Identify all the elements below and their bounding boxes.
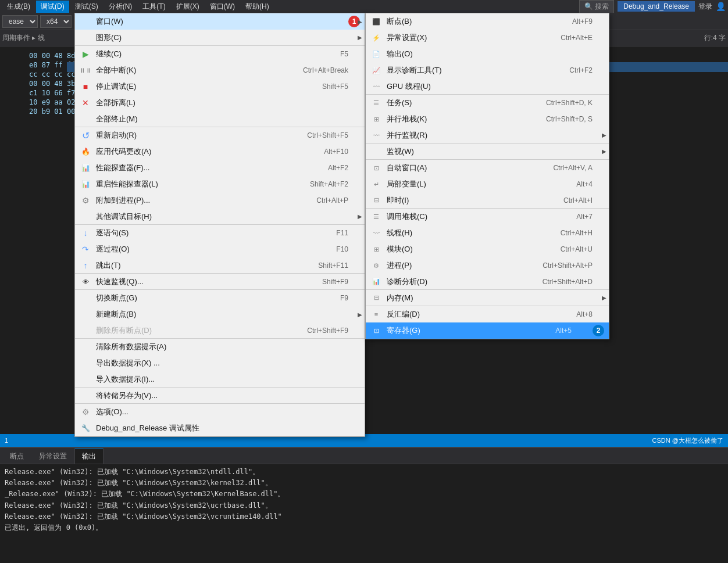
menu-item-export-data[interactable]: 导出数据提示(X) ... [75,355,365,371]
menu-item-step-over[interactable]: ↷ 逐过程(O) F10 [75,241,365,257]
step-over-icon: ↷ [80,243,91,255]
menubar-item-test[interactable]: 测试(S) [70,1,103,13]
sub-item-disassembly[interactable]: ≡ 反汇编(D) Alt+8 [366,306,609,322]
apply-code-shortcut: Alt+F10 [324,148,360,156]
new-bp-icon [80,309,91,320]
menu-item-perf[interactable]: 📊 性能探查器(F)... Alt+F2 [75,160,365,176]
hex-line-5: c1 10 66 f7 [0,88,64,98]
menu-item-toggle-bp[interactable]: 切换断点(G) F9 [75,290,365,306]
sub-modules-label: 模块(O) [387,244,556,254]
menu-item-window[interactable]: 窗口(W) 1 ▶ [75,13,365,30]
menu-item-stop[interactable]: ■ 停止调试(E) Shift+F5 [75,78,365,95]
sub-item-watch[interactable]: 监视(W) ▶ [366,144,609,160]
sub-diag-tools-label: 显示诊断工具(T) [387,65,565,76]
sub-tasks-shortcut: Ctrl+Shift+D, K [546,99,604,107]
sub-immediate-label: 即时(I) [387,195,559,206]
sub-item-threads[interactable]: 〰 线程(H) Ctrl+Alt+H [366,225,609,241]
restart-shortcut: Ctrl+Shift+F5 [307,131,360,139]
sub-modules-shortcut: Ctrl+Alt+U [561,245,604,253]
sub-item-diag-tools[interactable]: 📈 显示诊断工具(T) Ctrl+F2 [366,62,609,78]
menubar-item-analyze[interactable]: 分析(N) [104,1,137,13]
sub-item-tasks[interactable]: ☰ 任务(S) Ctrl+Shift+D, K [366,95,609,111]
new-bp-arrow: ▶ [358,311,362,318]
menu-item-step-into[interactable]: ↓ 逐语句(S) F11 [75,225,365,241]
tab-breakpoints[interactable]: 断点 [2,449,31,464]
menu-item-graphics[interactable]: 图形(C) ▶ [75,30,365,46]
restart-perf-icon: 📊 [80,178,91,190]
menu-item-step-out[interactable]: ↑ 跳出(T) Shift+F11 [75,257,365,274]
sub-bp-label: 断点(B) [387,16,568,27]
options-icon: ⚙ [80,406,91,418]
watch-icon [370,146,382,157]
platform-dropdown[interactable]: x64 [40,15,72,28]
diag-analysis-icon: 📊 [370,276,382,288]
menubar-item-help[interactable]: 帮助(H) [241,1,274,13]
menu-item-detach[interactable]: ✕ 全部拆离(L) [75,95,365,111]
sub-item-processes[interactable]: ⚙ 进程(P) Ctrl+Shift+Alt+P [366,257,609,274]
menubar-item-debug[interactable]: 调试(D) [36,1,69,13]
sub-item-registers[interactable]: ⊡ 寄存器(G) Alt+5 2 [366,322,609,339]
sub-item-parallel-watch[interactable]: 〰 并行监视(R) ▶ [366,127,609,144]
menu-item-del-all-bp[interactable]: 删除所有断点(D) Ctrl+Shift+F9 [75,322,365,339]
attach-shortcut: Ctrl+Alt+P [316,196,360,205]
toggle-bp-icon [80,292,91,304]
menu-export-data-label: 导出数据提示(X) ... [96,358,360,368]
menu-item-restart[interactable]: ↺ 重新启动(R) Ctrl+Shift+F5 [75,127,365,144]
import-data-icon [80,374,91,385]
sub-item-autos[interactable]: ⊡ 自动窗口(A) Ctrl+Alt+V, A [366,160,609,176]
output-line-6: 已退出, 返回值为 0 (0x0)。 [5,522,723,533]
menu-item-quickwatch[interactable]: 👁 快速监视(Q)... Shift+F9 [75,274,365,290]
event-label: 周期事件 ▸ 线 [2,33,45,43]
sub-item-diag-analysis[interactable]: 📊 诊断分析(D) Ctrl+Shift+Alt+D [366,274,609,290]
sub-item-output[interactable]: 📄 输出(O) [366,46,609,62]
menu-item-attach[interactable]: ⚙ 附加到进程(P)... Ctrl+Alt+P [75,192,365,209]
step-into-shortcut: F11 [336,229,360,237]
sub-item-gpu-threads[interactable]: 〰 GPU 线程(U) [366,78,609,95]
menu-quickwatch-label: 快速监视(Q)... [96,277,317,287]
menu-item-other-targets[interactable]: 其他调试目标(H) ▶ [75,209,365,225]
sub-callstack-shortcut: Alt+7 [576,213,604,221]
menu-item-debug-props[interactable]: 🔧 Debug_and_Release 调试属性 [75,420,365,436]
sub-bp-shortcut: Alt+F9 [572,17,604,26]
menubar-item-window[interactable]: 窗口(W) [205,1,240,13]
menubar-item-tools[interactable]: 工具(T) [138,1,170,13]
sub-watch-label: 监视(W) [387,146,604,157]
sub-item-immediate[interactable]: ⊟ 即时(I) Ctrl+Alt+I [366,192,609,209]
menu-item-terminate[interactable]: 全部终止(M) [75,111,365,127]
sub-item-locals[interactable]: ↵ 局部变量(L) Alt+4 [366,176,609,192]
menu-item-clear-data[interactable]: 清除所有数据提示(A) [75,339,365,355]
menu-item-restart-perf[interactable]: 📊 重启性能探查器(L) Shift+Alt+F2 [75,176,365,192]
menu-terminate-label: 全部终止(M) [96,114,360,124]
menu-item-save-dump[interactable]: 将转储另存为(V)... [75,388,365,404]
menu-item-import-data[interactable]: 导入数据提示(I)... [75,371,365,388]
sub-item-call-stack[interactable]: ☰ 调用堆栈(C) Alt+7 [366,209,609,225]
menu-item-options[interactable]: ⚙ 选项(O)... [75,404,365,420]
hex-line-2: e8 87 ff ff [0,60,64,70]
autos-icon: ⊡ [370,162,382,174]
login-label[interactable]: 登录 [698,2,712,12]
status-brand: CSDN @大柑怎么被偷了 [652,436,723,445]
output-line-3: _Release.exe" (Win32): 已加载 "C:\Windows\S… [5,489,723,500]
menubar-item-extend[interactable]: 扩展(X) [172,1,204,13]
tab-output[interactable]: 输出 [74,449,104,464]
output-content: Release.exe" (Win32): 已加载 "C:\Windows\Sy… [0,464,728,563]
menubar-item-build[interactable]: 生成(B) [2,1,35,13]
config-dropdown[interactable]: ease [2,15,38,28]
menu-apply-code-label: 应用代码更改(A) [96,146,319,157]
sub-item-exception[interactable]: ⚡ 异常设置(X) Ctrl+Alt+E [366,30,609,46]
tab-exception[interactable]: 异常设置 [31,449,74,464]
pwatch-icon: 〰 [370,130,382,141]
menu-item-new-bp[interactable]: 新建断点(B) ▶ [75,306,365,322]
menu-new-bp-label: 新建断点(B) [96,309,360,320]
sub-disassembly-label: 反汇编(D) [387,309,572,320]
sub-item-parallel-stack[interactable]: ⊞ 并行堆栈(K) Ctrl+Shift+D, S [366,111,609,127]
menu-item-continue[interactable]: ▶ 继续(C) F5 [75,46,365,62]
sub-item-modules[interactable]: ⊞ 模块(O) Ctrl+Alt+U [366,241,609,257]
sub-diag-analysis-label: 诊断分析(D) [387,277,538,287]
sub-item-memory[interactable]: ⊟ 内存(M) ▶ [366,290,609,306]
menu-item-apply-code[interactable]: 🔥 应用代码更改(A) Alt+F10 [75,144,365,160]
menu-graphics-label: 图形(C) [96,33,360,43]
output-panel: 断点 异常设置 输出 Release.exe" (Win32): 已加载 "C:… [0,447,728,563]
sub-item-breakpoints[interactable]: ⬛ 断点(B) Alt+F9 [366,13,609,30]
menu-item-break-all[interactable]: ⏸⏸ 全部中断(K) Ctrl+Alt+Break [75,62,365,78]
